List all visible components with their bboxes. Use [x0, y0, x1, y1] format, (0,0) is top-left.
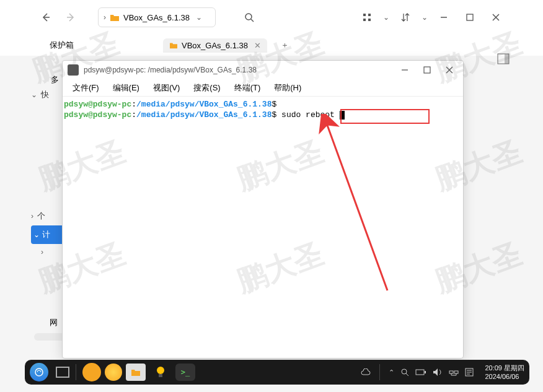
search-button[interactable]	[239, 7, 259, 27]
prompt-dollar: $	[272, 110, 276, 120]
address-text: VBox_GAs_6.1.38	[123, 13, 190, 22]
cursor	[340, 111, 345, 120]
svg-rect-14	[416, 370, 424, 375]
terminal-app-icon	[68, 64, 79, 76]
menu-terminal[interactable]: 终端(T)	[228, 81, 267, 95]
tab-vbox[interactable]: VBox_GAs_6.1.38 ✕	[163, 38, 267, 53]
terminal-line: pdsyw@pdsyw-pc:/media/pdsyw/VBox_GAs_6.1…	[64, 110, 462, 120]
svg-rect-5	[467, 14, 473, 20]
system-tray: ⌃ 20:09 星期四 2024/06/06	[361, 364, 524, 381]
taskbar-taskview[interactable]	[56, 367, 69, 378]
folder-icon	[110, 13, 120, 22]
prompt-colon: :	[131, 100, 136, 109]
terminal-content[interactable]: pdsyw@pdsyw-pc:/media/pdsyw/VBox_GAs_6.1…	[63, 97, 463, 123]
terminal-maximize-button[interactable]	[418, 63, 436, 77]
tray-battery-icon[interactable]	[415, 368, 426, 376]
forward-button[interactable]	[61, 7, 81, 27]
minimize-icon	[401, 66, 408, 74]
tray-search-icon[interactable]	[400, 368, 409, 377]
close-icon	[492, 14, 500, 21]
arrow-left-icon	[41, 12, 51, 22]
tray-volume-icon[interactable]	[433, 368, 443, 377]
close-icon	[446, 66, 453, 74]
folder-icon	[130, 368, 141, 377]
prompt-dollar: $	[272, 100, 276, 109]
tab-safe[interactable]: 保护箱	[50, 40, 74, 51]
new-tab-button[interactable]: ＋	[275, 37, 295, 53]
tab-close-button[interactable]: ✕	[254, 41, 261, 50]
chevron-down-icon[interactable]: ⌄	[422, 13, 428, 22]
fm-tabs: 多 保护箱 VBox_GAs_6.1.38 ✕ ＋	[0, 35, 543, 56]
view-grid-button[interactable]	[357, 7, 377, 27]
menu-help[interactable]: 帮助(H)	[268, 81, 307, 95]
prompt-path: /media/pdsyw/VBox_GAs_6.1.38	[136, 110, 272, 120]
svg-rect-2	[368, 14, 371, 16]
chevron-down-icon[interactable]: ⌄	[196, 13, 202, 22]
separator	[76, 364, 76, 380]
panel-toggle-button[interactable]	[497, 53, 511, 67]
sidebar-item-network[interactable]: 网	[50, 317, 58, 328]
chevron-down-icon: ⌄	[31, 90, 37, 99]
taskbar-clock[interactable]: 20:09 星期四 2024/06/06	[485, 364, 524, 381]
window-maximize-button[interactable]	[460, 7, 480, 27]
terminal-minimize-button[interactable]	[396, 63, 413, 77]
chevron-down-icon: ⌄	[33, 230, 40, 239]
sidebar-label: 个	[37, 211, 45, 222]
grid-icon	[363, 13, 371, 22]
prompt-path: /media/pdsyw/VBox_GAs_6.1.38	[136, 100, 272, 109]
svg-rect-8	[424, 67, 430, 73]
launcher-icon	[34, 367, 44, 377]
sidebar-label: 快	[41, 89, 49, 100]
chevron-right-icon: ›	[41, 248, 43, 256]
window-close-button[interactable]	[486, 7, 506, 27]
menu-search[interactable]: 搜索(S)	[187, 81, 226, 95]
tray-cloud-icon[interactable]	[361, 368, 371, 376]
folder-icon	[169, 41, 178, 49]
svg-rect-16	[449, 371, 453, 373]
prompt-colon: :	[131, 110, 136, 120]
terminal-titlebar[interactable]: pdsyw@pdsyw-pc: /media/pdsyw/VBox_GAs_6.…	[63, 61, 463, 79]
terminal-close-button[interactable]	[441, 63, 458, 77]
maximize-icon	[466, 14, 474, 21]
chevron-right-icon: ›	[31, 212, 33, 220]
taskbar-app-2[interactable]	[105, 364, 122, 381]
sidebar-label: 计	[42, 229, 50, 240]
address-bar[interactable]: › VBox_GAs_6.1.38 ⌄	[98, 7, 216, 27]
taskbar-app-3[interactable]	[149, 362, 172, 382]
window-minimize-button[interactable]	[434, 7, 454, 27]
sidebar-item-computer[interactable]: ⌄ 计	[31, 225, 65, 244]
tray-chevron-up-icon[interactable]: ⌃	[389, 368, 394, 377]
taskbar-launcher[interactable]	[30, 363, 48, 381]
menu-file[interactable]: 文件(F)	[66, 81, 105, 95]
sidebar-sub[interactable]: ›	[31, 245, 65, 259]
menu-edit[interactable]: 编辑(E)	[107, 81, 146, 95]
back-button[interactable]	[36, 7, 56, 27]
sidebar-quick-header[interactable]: ⌄ 快	[31, 87, 65, 103]
svg-point-10	[35, 368, 43, 376]
terminal-command: sudo reboot	[281, 110, 335, 120]
taskbar: >_ ⌃ 20:09 星期四 2024/06/06	[25, 360, 529, 385]
svg-rect-1	[363, 14, 366, 16]
sort-icon	[401, 13, 410, 22]
fm-toolbar: › VBox_GAs_6.1.38 ⌄ ⌄ ⌄	[0, 0, 543, 35]
panel-icon	[497, 53, 510, 64]
tray-notification-icon[interactable]	[465, 368, 474, 377]
tray-network-icon[interactable]	[449, 368, 459, 377]
chevron-down-icon[interactable]: ⌄	[383, 13, 389, 22]
sidebar-personal-header[interactable]: › 个	[31, 208, 65, 224]
svg-rect-7	[505, 54, 509, 64]
arrow-right-icon	[66, 12, 76, 22]
menu-view[interactable]: 视图(V)	[147, 81, 186, 95]
view-sort-button[interactable]	[395, 7, 415, 27]
chevron-right-icon: ›	[104, 13, 106, 22]
minimize-icon	[440, 14, 448, 21]
taskbar-app-1[interactable]	[82, 363, 101, 381]
taskbar-files[interactable]	[126, 364, 146, 381]
sidebar: ⌄ 快 › 个 ⌄ 计 ›	[31, 87, 65, 259]
taskbar-terminal[interactable]: >_	[175, 364, 195, 381]
svg-rect-4	[368, 19, 371, 21]
clock-time: 20:09 星期四	[485, 364, 524, 372]
terminal-window: pdsyw@pdsyw-pc: /media/pdsyw/VBox_GAs_6.…	[62, 60, 464, 359]
svg-rect-17	[454, 371, 458, 373]
svg-point-13	[402, 369, 407, 374]
